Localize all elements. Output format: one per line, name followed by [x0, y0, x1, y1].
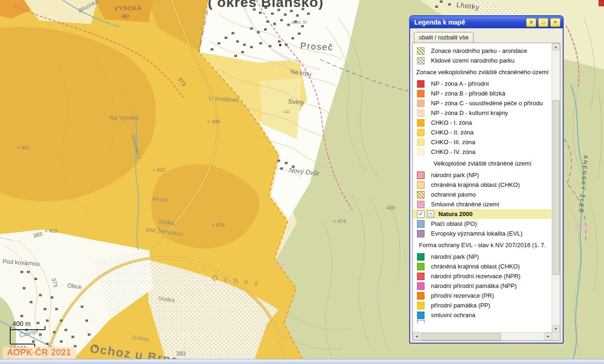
legend-item[interactable]: národní park (NP) [413, 170, 552, 180]
legend-item[interactable]: CHKO - IV. zóna [413, 147, 552, 157]
legend-item-label: CHKO - IV. zóna [431, 148, 475, 155]
scrollbar-corner [552, 332, 560, 340]
legend-item[interactable]: přírodní památka (PP) [413, 300, 552, 310]
legend-item-label: NP - zóna B - přírodě blízká [431, 90, 505, 97]
legend-item[interactable]: CHKO - I. zóna [413, 118, 552, 128]
legend-item[interactable]: národní přírodní památka (NPP) [413, 281, 552, 291]
collapse-toggle-icon[interactable]: − [427, 211, 434, 217]
legend-rows: Zonace národního parku - arondaceKlidové… [413, 43, 552, 332]
legend-item-label: CHKO - I. zóna [431, 119, 472, 126]
legend-item[interactable]: národní park (NP) [413, 252, 552, 262]
legend-item-label: smluvní ochrana [431, 312, 475, 319]
legend-item[interactable]: CHKO - II. zóna [413, 128, 552, 137]
legend-item-label: Evropsky významná lokalita (EVL) [431, 230, 522, 237]
legend-item[interactable]: NP - zóna D - kulturní krajiny [413, 108, 552, 118]
scroll-down-button[interactable]: ▼ [552, 325, 559, 332]
legend-swatch [417, 253, 424, 261]
legend-header-label: Forma ochrany EVL - stav k NV 207/2016 (… [419, 242, 546, 249]
legend-item[interactable]: CHKO - III. zóna [413, 137, 552, 147]
legend-item[interactable]: Smluvně chráněné území [413, 199, 552, 209]
legend-item-label: CHKO - II. zóna [431, 129, 474, 136]
legend-item-label: NP - zóna C - soustředěné péče o přírodu [431, 100, 543, 107]
legend-titlebar[interactable]: Legenda k mapě ∨ □ × [410, 16, 563, 28]
legend-item[interactable]: Evropsky významná lokalita (EVL) [413, 229, 552, 238]
attribution: AOPK ČR 2021 [3, 347, 76, 359]
maximize-panel-button[interactable]: □ [538, 18, 548, 27]
close-panel-button[interactable]: × [550, 18, 560, 27]
legend-swatch [417, 282, 424, 290]
legend-item-label: přírodní rezervace (PR) [431, 292, 494, 299]
legend-item[interactable]: NP - zóna C - soustředěné péče o přírodu [413, 98, 552, 108]
legend-vertical-scrollbar[interactable]: ▲ ▼ [552, 43, 560, 332]
legend-swatch [417, 320, 424, 323]
legend-section-header: Forma ochrany EVL - stav k NV 207/2016 (… [413, 238, 552, 252]
church-symbol [279, 44, 281, 46]
legend-swatch [417, 263, 424, 270]
legend-header-label: Velkoplošné zvláště chráněné území [433, 160, 531, 167]
legend-item-label: Ptačí oblast (PO) [431, 220, 477, 227]
scroll-up-button[interactable]: ▲ [552, 43, 559, 51]
legend-checkbox[interactable]: ✓ [417, 211, 424, 218]
horizontal-scroll-thumb[interactable] [421, 333, 501, 340]
legend-title: Legenda k mapě [412, 19, 524, 26]
legend-swatch [417, 172, 424, 179]
legend-swatch [417, 129, 424, 136]
legend-swatch [417, 148, 424, 156]
legend-swatch [417, 191, 424, 198]
collapse-expand-all-button[interactable]: sbalit / rozbalit vše [414, 32, 474, 43]
legend-item-label: chráněná krajinná oblast (CHKO) [431, 181, 520, 188]
legend-swatch [417, 57, 424, 64]
legend-section-header: Velkoplošné zvláště chráněné území [413, 157, 552, 170]
legend-item-label: ochranné pásmo [431, 191, 476, 198]
legend-item[interactable]: NP - zóna A - přírodní [413, 79, 552, 89]
legend-item-label: přírodní památka (PP) [431, 302, 490, 309]
legend-swatch [417, 139, 424, 146]
legend-item[interactable] [413, 320, 552, 323]
legend-item[interactable]: NP - zóna B - přírodě blízká [413, 89, 552, 98]
legend-item[interactable]: ✓−Natura 2000 [413, 209, 552, 219]
legend-header-label: Zonace velkoplošného zvláště chráněného … [416, 69, 548, 76]
legend-item[interactable]: národní přírodní rezervace (NPR) [413, 271, 552, 281]
legend-horizontal-scrollbar[interactable]: ◄ ► [413, 332, 552, 340]
legend-item-label: chráněná krajinná oblast (CHKO) [431, 263, 520, 270]
legend-item-label: Klidové území národního parku [431, 57, 514, 64]
collapse-panel-button[interactable]: ∨ [526, 18, 536, 27]
legend-panel: Legenda k mapě ∨ □ × sbalit / rozbalit v… [409, 15, 564, 344]
legend-item-label: Natura 2000 [438, 211, 473, 217]
legend-section-header: Zonace velkoplošného zvláště chráněného … [413, 65, 552, 79]
legend-swatch [417, 292, 424, 300]
legend-swatch [417, 119, 424, 127]
vertical-scroll-thumb[interactable] [553, 100, 560, 275]
legend-item[interactable]: Ptačí oblast (PO) [413, 219, 552, 229]
legend-swatch [417, 312, 424, 319]
legend-item-label: NP - zóna D - kulturní krajiny [431, 109, 508, 116]
legend-item-label: NP - zóna A - přírodní [431, 80, 489, 87]
legend-item-label: Smluvně chráněné území [431, 201, 499, 208]
legend-swatch [417, 100, 424, 107]
legend-item-label: národní park (NP) [431, 253, 479, 260]
legend-swatch [417, 201, 424, 208]
legend-item-label: národní přírodní rezervace (NPR) [431, 273, 520, 280]
legend-swatch [417, 90, 424, 97]
legend-list-box: Zonace národního parku - arondaceKlidové… [412, 43, 560, 341]
legend-item-label: národní park (NP) [431, 172, 479, 179]
legend-item-label: CHKO - III. zóna [431, 139, 475, 146]
legend-item[interactable]: ochranné pásmo [413, 190, 552, 199]
legend-swatch [417, 220, 424, 228]
legend-swatch [417, 230, 424, 237]
legend-item[interactable]: přírodní rezervace (PR) [413, 291, 552, 300]
scroll-left-button[interactable]: ◄ [413, 332, 420, 340]
legend-item-label: Zonace národního parku - arondace [431, 47, 527, 54]
legend-item[interactable]: chráněná krajinná oblast (CHKO) [413, 262, 552, 271]
legend-swatch [417, 109, 424, 117]
legend-item[interactable]: Klidové území národního parku [413, 56, 552, 65]
legend-swatch [417, 273, 424, 280]
legend-item[interactable]: smluvní ochrana [413, 310, 552, 320]
legend-swatch [417, 181, 424, 189]
legend-item[interactable]: chráněná krajinná oblast (CHKO) [413, 180, 552, 190]
legend-swatch [417, 302, 424, 309]
window-bottom-scrollbar[interactable] [0, 359, 604, 364]
legend-swatch [417, 80, 424, 88]
legend-item[interactable]: Zonace národního parku - arondace [413, 46, 552, 56]
scroll-right-button[interactable]: ► [545, 332, 552, 340]
